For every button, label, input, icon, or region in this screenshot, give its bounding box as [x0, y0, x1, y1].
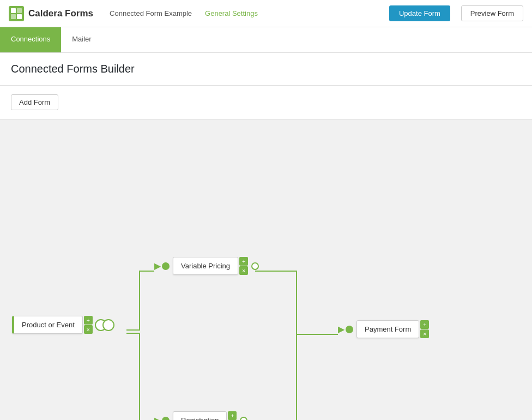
tab-mailer[interactable]: Mailer	[61, 27, 102, 52]
main-content: Connected Forms Builder Add Form Product…	[0, 53, 532, 420]
variable-pricing-add-btn[interactable]: +	[239, 257, 248, 266]
update-form-button[interactable]: Update Form	[389, 5, 450, 21]
toolbar: Add Form	[0, 86, 532, 119]
product-event-add-btn[interactable]: +	[84, 316, 93, 325]
node-payment-form: ▶ Payment Form + ×	[338, 320, 429, 338]
registration-label: Registration	[181, 416, 219, 420]
preview-form-button[interactable]: Preview Form	[461, 5, 523, 21]
tab-connections[interactable]: Connections	[0, 27, 61, 52]
variable-pricing-input	[162, 262, 170, 270]
registration-controls: + ×	[228, 411, 237, 420]
payment-form-box: Payment Form	[356, 320, 419, 338]
variable-pricing-controls: + ×	[239, 257, 248, 275]
arrow-variable-pricing: ▶	[154, 262, 161, 271]
product-event-label: Product or Event	[22, 321, 75, 329]
variable-pricing-output	[251, 262, 259, 270]
svg-rect-2	[17, 8, 22, 13]
product-event-box: Product or Event	[12, 316, 83, 334]
payment-form-add-btn[interactable]: +	[420, 320, 429, 329]
product-event-fork-output	[95, 319, 114, 331]
svg-rect-1	[11, 8, 16, 13]
payment-form-label: Payment Form	[365, 325, 411, 333]
registration-add-btn[interactable]: +	[228, 411, 237, 420]
logo-text: Caldera Forms	[28, 8, 93, 19]
fork-circle-2	[102, 319, 114, 331]
svg-rect-0	[9, 6, 24, 21]
registration-output	[240, 417, 247, 421]
svg-rect-3	[11, 14, 16, 19]
add-form-button[interactable]: Add Form	[11, 94, 58, 110]
payment-form-input	[346, 326, 353, 333]
nav-general-settings[interactable]: General Settings	[200, 6, 263, 21]
canvas-area: Product or Event + × ▶ Variable Pricing …	[0, 119, 532, 420]
tabs-bar: Connections Mailer	[0, 27, 532, 53]
logo[interactable]: Caldera Forms	[9, 6, 93, 21]
page-header: Connected Forms Builder	[0, 53, 532, 86]
arrow-registration: ▶	[154, 416, 161, 421]
node-product-or-event: Product or Event + ×	[12, 316, 114, 334]
product-event-remove-btn[interactable]: ×	[84, 325, 93, 334]
connections-svg	[0, 119, 532, 420]
page-title: Connected Forms Builder	[11, 63, 521, 75]
variable-pricing-label: Variable Pricing	[181, 262, 230, 270]
node-variable-pricing: ▶ Variable Pricing + ×	[154, 257, 259, 275]
registration-input	[162, 417, 170, 421]
svg-rect-4	[17, 14, 22, 19]
header: Caldera Forms Connected Form Example Gen…	[0, 0, 532, 27]
payment-form-controls: + ×	[420, 320, 429, 338]
arrow-payment-form: ▶	[338, 325, 344, 334]
variable-pricing-remove-btn[interactable]: ×	[239, 266, 248, 275]
product-event-controls: + ×	[84, 316, 93, 334]
caldera-forms-logo-icon	[9, 6, 24, 21]
variable-pricing-box: Variable Pricing	[173, 257, 238, 275]
node-registration: ▶ Registration + ×	[154, 411, 247, 420]
header-nav: Connected Form Example General Settings	[104, 6, 378, 21]
payment-form-remove-btn[interactable]: ×	[420, 329, 429, 338]
nav-connected-form[interactable]: Connected Form Example	[104, 6, 197, 21]
registration-box: Registration	[173, 411, 227, 420]
